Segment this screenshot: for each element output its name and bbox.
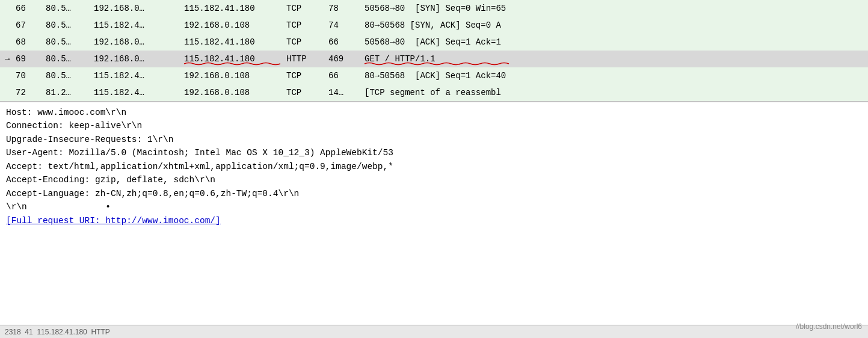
packet-info: 80→50568 [ACK] Seq=1 Ack=40	[365, 71, 863, 81]
packet-no: 67	[16, 20, 46, 30]
packet-info: [TCP segment of a reassembl	[365, 88, 863, 97]
red-squiggle-dst	[184, 62, 286, 65]
packet-no: 68	[16, 37, 46, 47]
packet-time: 81.2…	[46, 88, 94, 97]
packet-destination: 115.182.41.180	[184, 4, 286, 13]
bottom-status-text: 2318 41 115.182.41.180 HTTP	[5, 328, 110, 336]
table-row[interactable]: 68 80.5… 192.168.0… 115.182.41.180 TCP 6…	[0, 34, 868, 51]
row-arrow-indicator: →	[5, 54, 16, 64]
packet-source: 192.168.0…	[94, 54, 184, 64]
packet-length: 78	[328, 4, 365, 13]
packet-destination: 192.168.0.108	[184, 20, 286, 30]
packet-info: GET / HTTP/1.1	[365, 54, 863, 64]
full-request-uri-link[interactable]: [Full request URI: http://www.imooc.com/…	[6, 214, 862, 227]
detail-line: Accept-Language: zh-CN,zh;q=0.8,en;q=0.6…	[6, 187, 862, 200]
packet-no: 72	[16, 88, 46, 97]
row-arrow-indicator	[5, 71, 16, 81]
packet-source: 115.182.4…	[94, 88, 184, 97]
packet-protocol: TCP	[286, 88, 328, 97]
bottom-status-bar: 2318 41 115.182.41.180 HTTP	[0, 325, 868, 338]
row-arrow-indicator	[5, 20, 16, 30]
table-row[interactable]: 72 81.2… 115.182.4… 192.168.0.108 TCP 14…	[0, 84, 868, 101]
watermark-text: //blog.csdn.net/worl6	[796, 322, 862, 331]
packet-length: 74	[328, 20, 365, 30]
packet-protocol: TCP	[286, 20, 328, 30]
table-row[interactable]: 66 80.5… 192.168.0… 115.182.41.180 TCP 7…	[0, 0, 868, 17]
detail-line: Accept: text/html,application/xhtml+xml,…	[6, 160, 862, 173]
table-row[interactable]: 70 80.5… 115.182.4… 192.168.0.108 TCP 66…	[0, 67, 868, 84]
packet-info: 50568→80 [SYN] Seq=0 Win=65	[365, 4, 863, 13]
packet-no: 66	[16, 4, 46, 13]
row-arrow-indicator	[5, 4, 16, 13]
packet-info: 80→50568 [SYN, ACK] Seq=0 A	[365, 20, 863, 30]
packet-length: 14…	[328, 88, 365, 97]
packet-destination: 115.182.41.180	[184, 37, 286, 47]
packet-time: 80.5…	[46, 4, 94, 13]
row-arrow-indicator	[5, 88, 16, 97]
packet-info: 50568→80 [ACK] Seq=1 Ack=1	[365, 37, 863, 47]
packet-source: 192.168.0…	[94, 37, 184, 47]
packet-source: 115.182.4…	[94, 20, 184, 30]
packet-table: 66 80.5… 192.168.0… 115.182.41.180 TCP 7…	[0, 0, 868, 102]
packet-destination: 115.182.41.180	[184, 54, 286, 64]
packet-time: 80.5…	[46, 71, 94, 81]
packet-protocol: HTTP	[286, 54, 328, 64]
detail-line: Host: www.imooc.com\r\n	[6, 106, 862, 119]
table-row-selected[interactable]: → 69 80.5… 192.168.0… 115.182.41.180 HTT…	[0, 51, 868, 67]
packet-no: 70	[16, 71, 46, 81]
packet-detail-area: Host: www.imooc.com\r\n Connection: keep…	[0, 102, 868, 325]
packet-destination: 192.168.0.108	[184, 71, 286, 81]
packet-source: 192.168.0…	[94, 4, 184, 13]
packet-time: 80.5…	[46, 37, 94, 47]
packet-no: 69	[16, 54, 46, 64]
detail-line: Connection: keep-alive\r\n	[6, 119, 862, 132]
detail-line: \r\n •	[6, 200, 862, 214]
row-arrow-indicator	[5, 37, 16, 47]
packet-time: 80.5…	[46, 20, 94, 30]
wireshark-window: 66 80.5… 192.168.0… 115.182.41.180 TCP 7…	[0, 0, 868, 338]
table-row[interactable]: 67 80.5… 115.182.4… 192.168.0.108 TCP 74…	[0, 17, 868, 34]
detail-line: Upgrade-Insecure-Requests: 1\r\n	[6, 133, 862, 146]
detail-line: User-Agent: Mozilla/5.0 (Macintosh; Inte…	[6, 146, 862, 159]
red-squiggle-info	[365, 62, 436, 65]
packet-time: 80.5…	[46, 54, 94, 64]
packet-length: 66	[328, 71, 365, 81]
packet-destination: 192.168.0.108	[184, 88, 286, 97]
packet-source: 115.182.4…	[94, 71, 184, 81]
packet-length: 469	[328, 54, 365, 64]
packet-protocol: TCP	[286, 37, 328, 47]
packet-protocol: TCP	[286, 4, 328, 13]
packet-length: 66	[328, 37, 365, 47]
detail-line: Accept-Encoding: gzip, deflate, sdch\r\n	[6, 173, 862, 186]
packet-protocol: TCP	[286, 71, 328, 81]
